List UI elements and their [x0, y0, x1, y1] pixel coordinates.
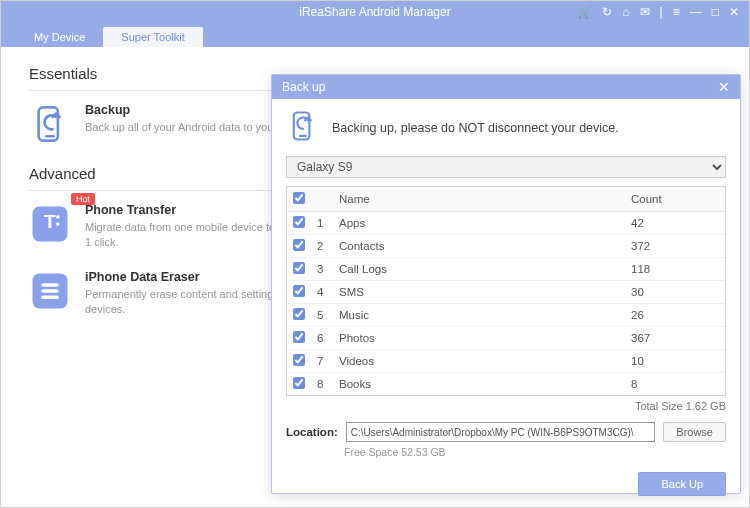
backup-items-table: Name Count 1Apps422Contacts3723Call Logs… [286, 186, 726, 396]
backup-device-icon [286, 109, 320, 146]
table-row[interactable]: 7Videos10 [287, 350, 725, 373]
feedback-icon[interactable]: ✉ [640, 5, 650, 19]
cart-icon[interactable]: 🛒 [577, 5, 592, 19]
row-count: 42 [625, 212, 725, 235]
row-name: Call Logs [333, 258, 625, 281]
backup-desc: Back up all of your Android data to your… [85, 120, 298, 135]
free-space: Free Space 52.53 GB [344, 446, 726, 458]
iphone-eraser-icon [29, 270, 71, 312]
backup-label: Backup [85, 103, 298, 117]
menu-icon[interactable]: ≡ [673, 5, 680, 19]
row-name: Videos [333, 350, 625, 373]
row-name: Books [333, 373, 625, 396]
row-checkbox[interactable] [293, 285, 305, 297]
row-checkbox[interactable] [293, 354, 305, 366]
row-name: Photos [333, 327, 625, 350]
row-count: 367 [625, 327, 725, 350]
row-checkbox[interactable] [293, 308, 305, 320]
row-index: 5 [311, 304, 333, 327]
main-tabs: My Device Super Toolkit [1, 23, 749, 47]
row-index: 6 [311, 327, 333, 350]
row-count: 10 [625, 350, 725, 373]
row-checkbox[interactable] [293, 239, 305, 251]
app-title: iReaShare Android Manager [299, 5, 450, 19]
total-size: Total Size 1.62 GB [286, 400, 726, 412]
dialog-titlebar: Back up ✕ [272, 75, 740, 99]
backup-dialog: Back up ✕ Backing up, please do NOT disc… [271, 74, 741, 494]
row-checkbox[interactable] [293, 262, 305, 274]
row-index: 3 [311, 258, 333, 281]
backup-button[interactable]: Back Up [638, 472, 726, 496]
location-input[interactable] [346, 422, 656, 442]
table-row[interactable]: 4SMS30 [287, 281, 725, 304]
dialog-title: Back up [282, 80, 325, 94]
svg-rect-6 [41, 283, 59, 287]
row-count: 118 [625, 258, 725, 281]
divider-icon: | [660, 5, 663, 19]
svg-point-4 [56, 222, 60, 226]
tab-my-device[interactable]: My Device [16, 27, 103, 47]
refresh-icon[interactable]: ↻ [602, 5, 612, 19]
table-row[interactable]: 6Photos367 [287, 327, 725, 350]
browse-button[interactable]: Browse [663, 422, 726, 442]
device-select[interactable]: Galaxy S9 [286, 156, 726, 178]
table-row[interactable]: 3Call Logs118 [287, 258, 725, 281]
row-count: 8 [625, 373, 725, 396]
hot-badge: Hot [71, 193, 95, 205]
table-row[interactable]: 8Books8 [287, 373, 725, 396]
col-name: Name [333, 187, 625, 212]
maximize-icon[interactable]: □ [712, 5, 719, 19]
col-count: Count [625, 187, 725, 212]
svg-rect-7 [41, 289, 59, 293]
home-icon[interactable]: ⌂ [622, 5, 629, 19]
row-name: Contacts [333, 235, 625, 258]
row-index: 2 [311, 235, 333, 258]
svg-text:T: T [44, 211, 56, 232]
table-row[interactable]: 5Music26 [287, 304, 725, 327]
row-checkbox[interactable] [293, 331, 305, 343]
row-count: 26 [625, 304, 725, 327]
row-count: 30 [625, 281, 725, 304]
row-index: 7 [311, 350, 333, 373]
row-name: Apps [333, 212, 625, 235]
titlebar: iReaShare Android Manager 🛒 ↻ ⌂ ✉ | ≡ — … [1, 1, 749, 23]
table-row[interactable]: 2Contacts372 [287, 235, 725, 258]
dialog-close-icon[interactable]: ✕ [718, 79, 730, 95]
svg-rect-8 [41, 295, 59, 299]
row-checkbox[interactable] [293, 377, 305, 389]
row-index: 1 [311, 212, 333, 235]
row-index: 8 [311, 373, 333, 396]
backup-icon [29, 103, 71, 145]
row-name: Music [333, 304, 625, 327]
close-icon[interactable]: ✕ [729, 5, 739, 19]
table-row[interactable]: 1Apps42 [287, 212, 725, 235]
location-label: Location: [286, 426, 338, 438]
row-name: SMS [333, 281, 625, 304]
window-controls: 🛒 ↻ ⌂ ✉ | ≡ — □ ✕ [577, 5, 749, 19]
checkbox-all[interactable] [293, 192, 305, 204]
row-index: 4 [311, 281, 333, 304]
svg-point-3 [56, 215, 60, 219]
row-checkbox[interactable] [293, 216, 305, 228]
row-count: 372 [625, 235, 725, 258]
backup-status-message: Backing up, please do NOT disconnect you… [332, 121, 619, 135]
tab-super-toolkit[interactable]: Super Toolkit [103, 27, 202, 47]
minimize-icon[interactable]: — [690, 5, 702, 19]
phone-transfer-icon: T [29, 203, 71, 245]
